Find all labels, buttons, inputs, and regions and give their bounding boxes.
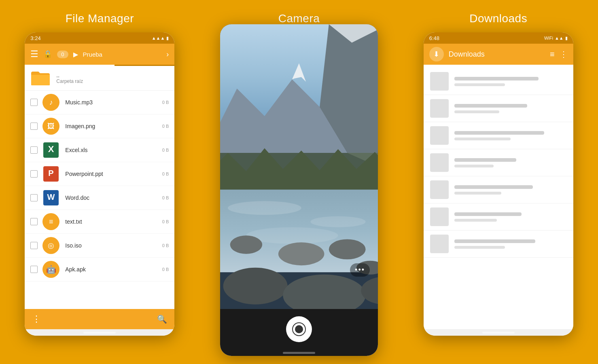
fm-file-size: 0 B — [162, 267, 169, 272]
dl-name-bar — [454, 185, 533, 189]
fm-status-bar: 3:24 ▲▲▲ ▮ — [25, 32, 174, 44]
fm-file-size: 0 B — [162, 100, 169, 105]
fm-checkbox[interactable] — [30, 218, 38, 225]
dl-thumbnail — [430, 126, 449, 145]
dl-item-info — [454, 158, 567, 167]
dl-home-indicator-bar — [424, 329, 573, 336]
text-file-icon: ≡ — [42, 213, 59, 230]
dl-item-info — [454, 185, 567, 195]
fm-checkbox[interactable] — [30, 242, 38, 249]
list-item[interactable] — [424, 122, 573, 149]
fm-checkbox[interactable] — [30, 99, 38, 106]
dl-item-info — [454, 239, 567, 249]
list-item[interactable] — [424, 149, 573, 176]
fm-file-name: Music.mp3 — [65, 99, 169, 106]
word-file-icon: W — [42, 189, 59, 206]
camera-shutter-button[interactable] — [286, 316, 312, 342]
camera-title: Camera — [278, 12, 320, 25]
fm-checkbox[interactable] — [30, 170, 38, 178]
fm-file-name: Powerpoint.ppt — [65, 171, 169, 177]
dl-sort-icon[interactable]: ≡ — [550, 50, 555, 59]
fm-file-info: Word.doc — [65, 195, 169, 201]
fm-file-name: text.txt — [65, 218, 169, 225]
fm-file-info: Excel.xls — [65, 147, 169, 153]
fm-file-size: 0 B — [162, 219, 169, 224]
apk-file-icon: 🤖 — [42, 261, 59, 278]
fm-root-label: .. Carpeta raíz — [56, 72, 83, 84]
list-item[interactable]: P Powerpoint.ppt 0 B — [25, 162, 174, 186]
dl-downloads-list — [424, 65, 573, 329]
dl-app-bar-title: Downloads — [449, 50, 545, 59]
dl-download-icon-circle: ⬇ — [429, 47, 444, 61]
fm-file-size: 0 B — [162, 195, 169, 200]
dl-detail-bar — [454, 110, 499, 113]
list-item[interactable]: ♪ Music.mp3 0 B — [25, 91, 174, 114]
list-item[interactable]: 🤖 Apk.apk 0 B — [25, 258, 174, 281]
fm-checkbox[interactable] — [30, 194, 38, 201]
fm-home-indicator — [83, 332, 116, 334]
list-item[interactable] — [424, 176, 573, 203]
list-item[interactable] — [424, 95, 573, 122]
dl-item-info — [454, 104, 567, 113]
list-item[interactable]: ≡ text.txt 0 B — [25, 210, 174, 234]
list-item[interactable] — [424, 203, 573, 231]
camera-viewfinder: ••• — [220, 24, 378, 309]
dl-name-bar — [454, 77, 539, 80]
list-item[interactable]: 🖼 Imagen.png 0 B — [25, 114, 174, 138]
dl-status-icons: WiFi ▲▲ ▮ — [544, 36, 568, 41]
fm-file-size: 0 B — [162, 171, 169, 176]
fm-file-name: Imagen.png — [65, 123, 169, 129]
fm-file-info: Apk.apk — [65, 266, 169, 273]
list-item[interactable] — [424, 68, 573, 95]
music-file-icon: ♪ — [42, 94, 59, 111]
fm-chevron-icon[interactable]: › — [166, 50, 169, 59]
list-item[interactable]: W Word.doc 0 B — [25, 186, 174, 210]
svg-point-23 — [283, 275, 365, 309]
dl-name-bar — [454, 131, 544, 135]
dl-name-bar — [454, 239, 535, 243]
dl-app-bar: ⬇ Downloads ≡ ⋮ — [424, 44, 573, 65]
fm-file-name: Iso.iso — [65, 242, 169, 249]
svg-point-26 — [295, 325, 303, 333]
cam-home-indicator — [283, 352, 315, 354]
fm-root-dotdot: .. — [56, 72, 83, 78]
list-item[interactable]: ◎ Iso.iso 0 B — [25, 234, 174, 258]
dl-name-bar — [454, 212, 522, 216]
list-item[interactable] — [424, 231, 573, 258]
dl-item-info — [454, 131, 567, 140]
powerpoint-file-icon: P — [42, 165, 59, 182]
dl-wifi-icon: WiFi — [544, 36, 553, 40]
image-file-icon: 🖼 — [42, 118, 59, 135]
fm-root-folder[interactable]: .. Carpeta raíz — [25, 66, 174, 91]
list-item[interactable]: X Excel.xls 0 B — [25, 138, 174, 162]
fm-file-list: .. Carpeta raíz ♪ Music.mp3 0 B 🖼 Imagen… — [25, 66, 174, 309]
dl-time: 6:48 — [429, 35, 439, 41]
camera-more-button[interactable]: ••• — [350, 263, 370, 277]
fm-checkbox[interactable] — [30, 123, 38, 130]
fm-breadcrumb-arrow: ▶ — [73, 51, 78, 58]
dl-detail-bar — [454, 83, 505, 86]
svg-point-22 — [223, 268, 288, 305]
fm-file-info: Music.mp3 — [65, 99, 169, 106]
dl-more-icon[interactable]: ⋮ — [560, 49, 568, 59]
file-manager-phone: 3:24 ▲▲▲ ▮ ☰ 🔒 0 ▶ Prueba › — [25, 32, 174, 336]
fm-lock-icon[interactable]: 🔒 — [43, 50, 52, 59]
svg-text:X: X — [48, 144, 54, 154]
fm-file-name: Word.doc — [65, 195, 169, 201]
fm-file-name: Excel.xls — [65, 147, 169, 153]
fm-checkbox[interactable] — [30, 146, 38, 154]
fm-menu-icon[interactable]: ☰ — [30, 49, 38, 59]
dl-signal-icon: ▲▲ — [555, 36, 564, 40]
fm-more-icon[interactable]: ⋮ — [32, 314, 41, 324]
fm-file-size: 0 B — [162, 148, 169, 152]
svg-point-18 — [230, 235, 262, 254]
svg-text:W: W — [47, 193, 55, 201]
svg-point-19 — [278, 242, 324, 265]
fm-breadcrumb-folder: Prueba — [83, 51, 102, 58]
fm-search-icon[interactable]: 🔍 — [157, 314, 167, 324]
fm-battery-icon: ▮ — [166, 36, 169, 41]
camera-shutter-icon — [292, 322, 306, 336]
fm-checkbox[interactable] — [30, 266, 38, 273]
dl-thumbnail — [430, 99, 449, 118]
fm-file-info: Powerpoint.ppt — [65, 171, 169, 177]
